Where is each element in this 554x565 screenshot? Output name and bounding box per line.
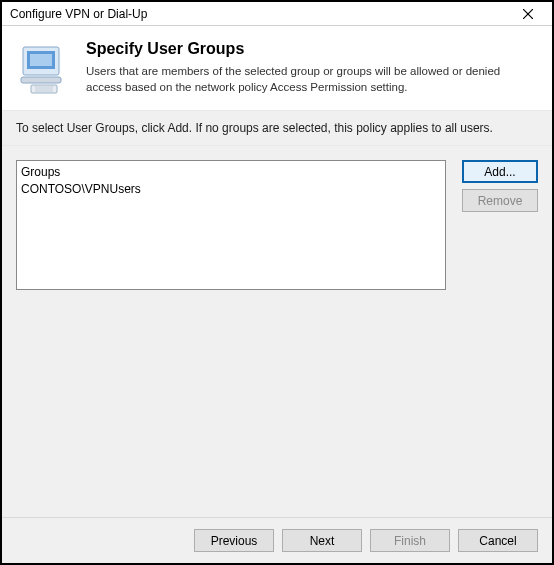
page-heading: Specify User Groups bbox=[86, 40, 532, 58]
instruction-text: To select User Groups, click Add. If no … bbox=[2, 110, 552, 146]
close-button[interactable] bbox=[508, 4, 548, 24]
previous-button[interactable]: Previous bbox=[194, 529, 274, 552]
side-buttons: Add... Remove bbox=[462, 160, 538, 212]
cancel-button[interactable]: Cancel bbox=[458, 529, 538, 552]
list-item[interactable]: CONTOSO\VPNUsers bbox=[21, 181, 441, 197]
groups-listbox[interactable]: Groups CONTOSO\VPNUsers bbox=[16, 160, 446, 290]
computer-icon bbox=[16, 40, 72, 96]
next-button[interactable]: Next bbox=[282, 529, 362, 552]
window-title: Configure VPN or Dial-Up bbox=[10, 7, 508, 21]
header-text: Specify User Groups Users that are membe… bbox=[86, 40, 532, 96]
titlebar: Configure VPN or Dial-Up bbox=[2, 2, 552, 26]
remove-button[interactable]: Remove bbox=[462, 189, 538, 212]
body-area: Groups CONTOSO\VPNUsers Add... Remove bbox=[2, 146, 552, 517]
svg-rect-4 bbox=[30, 54, 52, 66]
groups-row: Groups CONTOSO\VPNUsers Add... Remove bbox=[16, 160, 538, 290]
wizard-buttons: Previous Next Finish Cancel bbox=[2, 517, 552, 563]
close-icon bbox=[523, 6, 533, 22]
header-panel: Specify User Groups Users that are membe… bbox=[2, 26, 552, 110]
svg-rect-5 bbox=[21, 77, 61, 83]
groups-column-header: Groups bbox=[21, 163, 441, 181]
finish-button[interactable]: Finish bbox=[370, 529, 450, 552]
add-button[interactable]: Add... bbox=[462, 160, 538, 183]
dialog-window: Configure VPN or Dial-Up bbox=[0, 0, 554, 565]
page-description: Users that are members of the selected g… bbox=[86, 64, 532, 95]
